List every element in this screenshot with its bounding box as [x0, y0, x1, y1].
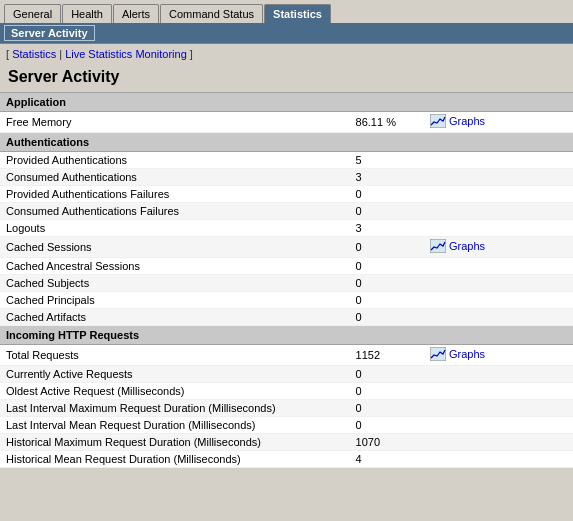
row-value: 1152: [350, 345, 424, 366]
row-label: Historical Mean Request Duration (Millis…: [0, 451, 350, 468]
row-label: Cached Ancestral Sessions: [0, 258, 350, 275]
row-label: Cached Sessions: [0, 237, 350, 258]
row-label-free-memory: Free Memory: [0, 112, 350, 133]
graph-icon: [430, 239, 446, 253]
row-action: [424, 366, 573, 383]
row-action-free-memory: Graphs: [424, 112, 573, 133]
row-label: Oldest Active Request (Milliseconds): [0, 383, 350, 400]
table-row: Cached Principals 0: [0, 292, 573, 309]
graphs-link-total-requests[interactable]: Graphs: [430, 347, 485, 361]
breadcrumb-live-stats-link[interactable]: Live Statistics Monitoring: [65, 48, 187, 60]
row-label: Total Requests: [0, 345, 350, 366]
section-http-requests-header: Incoming HTTP Requests: [0, 326, 573, 345]
table-row: Free Memory 86.11 % Graphs: [0, 112, 573, 133]
row-value: 0: [350, 237, 424, 258]
graph-icon: [430, 114, 446, 128]
row-action: [424, 258, 573, 275]
tab-command-status[interactable]: Command Status: [160, 4, 263, 23]
row-value: 1070: [350, 434, 424, 451]
row-action: [424, 451, 573, 468]
row-value: 5: [350, 152, 424, 169]
table-row: Consumed Authentications 3: [0, 169, 573, 186]
row-label: Consumed Authentications: [0, 169, 350, 186]
row-value: 0: [350, 309, 424, 326]
row-action: Graphs: [424, 345, 573, 366]
row-action: [424, 152, 573, 169]
section-authentications-header: Authentications: [0, 133, 573, 152]
section-http-requests: Incoming HTTP Requests: [0, 326, 573, 345]
breadcrumb: [ Statistics | Live Statistics Monitorin…: [0, 44, 573, 64]
row-action: [424, 383, 573, 400]
table-row: Provided Authentications Failures 0: [0, 186, 573, 203]
row-action: [424, 275, 573, 292]
server-activity-button[interactable]: Server Activity: [4, 25, 95, 41]
section-authentications: Authentications: [0, 133, 573, 152]
row-value: 0: [350, 383, 424, 400]
row-value: 0: [350, 275, 424, 292]
table-row: Historical Maximum Request Duration (Mil…: [0, 434, 573, 451]
breadcrumb-statistics-link[interactable]: Statistics: [12, 48, 56, 60]
row-value: 4: [350, 451, 424, 468]
section-application: Application: [0, 93, 573, 112]
row-action: [424, 434, 573, 451]
table-row: Cached Artifacts 0: [0, 309, 573, 326]
tab-health[interactable]: Health: [62, 4, 112, 23]
graphs-label: Graphs: [449, 240, 485, 252]
row-action: [424, 186, 573, 203]
graph-icon: [430, 347, 446, 361]
graphs-link-free-memory[interactable]: Graphs: [430, 114, 485, 128]
row-action: Graphs: [424, 237, 573, 258]
table-row: Provided Authentications 5: [0, 152, 573, 169]
section-application-header: Application: [0, 93, 573, 112]
row-value: 0: [350, 203, 424, 220]
row-action: [424, 292, 573, 309]
row-value: 0: [350, 400, 424, 417]
page-title: Server Activity: [0, 64, 573, 92]
row-action: [424, 400, 573, 417]
table-row: Oldest Active Request (Milliseconds) 0: [0, 383, 573, 400]
row-value: 3: [350, 220, 424, 237]
row-value: 0: [350, 292, 424, 309]
row-action: [424, 169, 573, 186]
table-row: Cached Subjects 0: [0, 275, 573, 292]
row-label: Provided Authentications Failures: [0, 186, 350, 203]
graphs-label: Graphs: [449, 348, 485, 360]
row-label: Last Interval Mean Request Duration (Mil…: [0, 417, 350, 434]
table-row: Cached Sessions 0 Graphs: [0, 237, 573, 258]
row-value: 0: [350, 258, 424, 275]
tab-bar: General Health Alerts Command Status Sta…: [0, 0, 573, 23]
graphs-label: Graphs: [449, 115, 485, 127]
row-label: Currently Active Requests: [0, 366, 350, 383]
row-value: 0: [350, 417, 424, 434]
row-label: Cached Artifacts: [0, 309, 350, 326]
table-row: Logouts 3: [0, 220, 573, 237]
row-label: Historical Maximum Request Duration (Mil…: [0, 434, 350, 451]
tab-general[interactable]: General: [4, 4, 61, 23]
table-row: Historical Mean Request Duration (Millis…: [0, 451, 573, 468]
server-activity-table: Application Free Memory 86.11 % Graphs A…: [0, 92, 573, 468]
row-label: Consumed Authentications Failures: [0, 203, 350, 220]
row-action: [424, 203, 573, 220]
tab-statistics[interactable]: Statistics: [264, 4, 331, 23]
row-label: Cached Principals: [0, 292, 350, 309]
row-label: Provided Authentications: [0, 152, 350, 169]
row-action: [424, 220, 573, 237]
table-row: Last Interval Mean Request Duration (Mil…: [0, 417, 573, 434]
table-row: Currently Active Requests 0: [0, 366, 573, 383]
row-label: Logouts: [0, 220, 350, 237]
table-row: Total Requests 1152 Graphs: [0, 345, 573, 366]
table-row: Last Interval Maximum Request Duration (…: [0, 400, 573, 417]
row-label: Last Interval Maximum Request Duration (…: [0, 400, 350, 417]
row-action: [424, 309, 573, 326]
table-row: Consumed Authentications Failures 0: [0, 203, 573, 220]
row-label: Cached Subjects: [0, 275, 350, 292]
row-value: 0: [350, 366, 424, 383]
row-action: [424, 417, 573, 434]
row-value-free-memory: 86.11 %: [350, 112, 424, 133]
tab-alerts[interactable]: Alerts: [113, 4, 159, 23]
row-value: 3: [350, 169, 424, 186]
sub-nav-bar: Server Activity: [0, 23, 573, 44]
row-value: 0: [350, 186, 424, 203]
graphs-link-cached-sessions[interactable]: Graphs: [430, 239, 485, 253]
table-row: Cached Ancestral Sessions 0: [0, 258, 573, 275]
